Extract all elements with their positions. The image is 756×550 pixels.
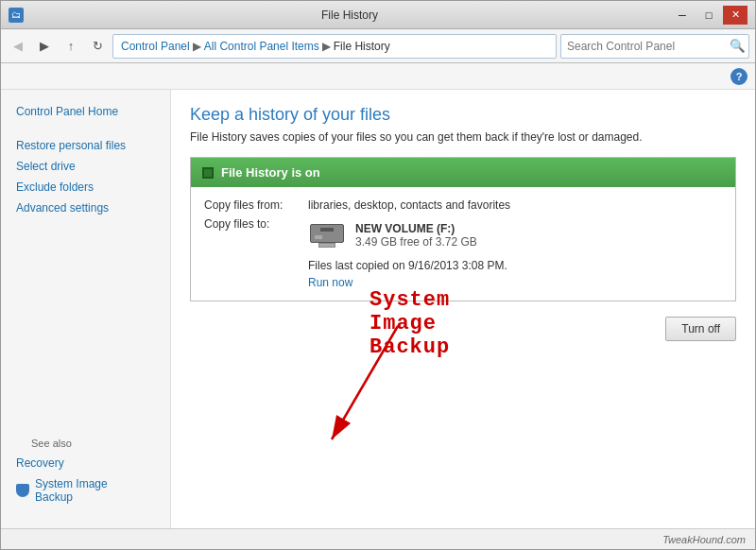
main-content: Control Panel Home Restore personal file… [1,90,755,528]
copy-to-label: Copy files to: [204,217,308,253]
page-title: Keep a history of your files [190,105,736,125]
action-btn-area: Turn off [190,317,736,341]
window-icon: 🗂 [9,8,24,23]
copy-from-value: libraries, desktop, contacts and favorit… [308,198,510,212]
close-button[interactable]: ✕ [723,6,747,25]
address-path: Control Panel ▶ All Control Panel Items … [112,34,557,59]
shield-icon [16,484,29,497]
window: 🗂 File History ─ □ ✕ ◀ ▶ ↑ ↻ Control Pan… [0,0,756,550]
sidebar-select-drive[interactable]: Select drive [1,156,170,177]
watermark: TweakHound.com [662,534,746,545]
sidebar-recovery[interactable]: Recovery [16,453,155,473]
sidebar-exclude-folders[interactable]: Exclude folders [1,177,170,198]
run-now-link[interactable]: Run now [308,276,722,289]
sidebar: Control Panel Home Restore personal file… [1,90,171,528]
path-file-history: File History [334,40,390,53]
refresh-icon[interactable]: ↻ [86,35,109,58]
minimize-button[interactable]: ─ [670,6,695,25]
back-button[interactable]: ◀ [7,35,29,58]
copy-from-row: Copy files from: libraries, desktop, con… [204,198,722,212]
drive-icon [308,221,346,249]
status-indicator [202,167,214,179]
path-sep-1: ▶ [193,40,201,53]
search-input[interactable] [561,40,726,53]
help-button[interactable]: ? [730,68,747,85]
maximize-button[interactable]: □ [696,6,721,25]
sidebar-system-image-backup[interactable]: System Image Backup [16,473,155,507]
drive-info: NEW VOLUME (F:) 3.49 GB free of 3.72 GB [355,222,477,249]
bottom-bar: TweakHound.com [1,528,755,549]
page-subtitle: File History saves copies of your files … [190,130,736,144]
status-box: File History is on Copy files from: libr… [190,157,736,301]
copy-from-label: Copy files from: [204,198,308,212]
window-title: File History [29,9,670,22]
search-box: 🔍 [560,34,749,59]
path-sep-2: ▶ [322,40,331,53]
system-image-backup-label: System Image Backup [35,477,140,504]
forward-button[interactable]: ▶ [33,35,56,58]
sidebar-restore-personal-files[interactable]: Restore personal files [1,135,170,156]
sidebar-bottom: See also Recovery System Image Backup [1,419,170,517]
sidebar-control-panel-home[interactable]: Control Panel Home [1,101,170,122]
copy-date: Files last copied on 9/16/2013 3:08 PM. [308,259,722,272]
sidebar-advanced-settings[interactable]: Advanced settings [1,198,170,218]
drive-row: NEW VOLUME (F:) 3.49 GB free of 3.72 GB [308,221,477,249]
copy-to-row: Copy files to: NEW VOLUME (F:) [204,217,722,253]
turn-off-button[interactable]: Turn off [665,317,736,341]
title-bar: 🗂 File History ─ □ ✕ [1,1,755,29]
svg-line-1 [332,326,398,439]
path-all-items[interactable]: All Control Panel Items [204,40,319,53]
status-text: File History is on [221,165,320,180]
path-control-panel[interactable]: Control Panel [121,40,190,53]
up-button[interactable]: ↑ [60,35,82,58]
content-area: Keep a history of your files File Histor… [171,90,755,528]
status-header: File History is on [191,158,735,187]
address-bar: ◀ ▶ ↑ ↻ Control Panel ▶ All Control Pane… [1,29,755,63]
status-details: Copy files from: libraries, desktop, con… [191,187,735,301]
help-area: ? [1,63,755,90]
drive-name: NEW VOLUME (F:) [355,222,477,235]
see-also-label: See also [16,428,155,453]
search-button[interactable]: 🔍 [726,34,748,59]
window-controls: ─ □ ✕ [670,6,747,25]
drive-size: 3.49 GB free of 3.72 GB [355,235,477,249]
